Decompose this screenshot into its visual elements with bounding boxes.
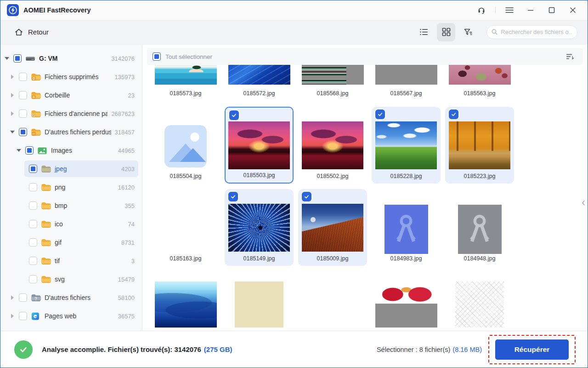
checkbox[interactable] xyxy=(29,201,37,210)
expand-arrow-icon[interactable] xyxy=(10,313,15,319)
file-name: 0185504.jpg xyxy=(151,173,220,179)
file-card[interactable]: 0185563.jpg xyxy=(443,65,516,97)
drive-icon xyxy=(25,55,35,63)
file-card[interactable]: 0185503.jpg xyxy=(222,107,296,184)
selected-checkbox[interactable] xyxy=(302,192,311,201)
sidebar-item-ico[interactable]: ico 74 xyxy=(0,215,142,233)
sidebar-item-bmp[interactable]: bmp 355 xyxy=(0,196,142,215)
file-card[interactable]: 0185567.jpg xyxy=(369,65,443,97)
checkbox[interactable] xyxy=(19,91,27,99)
file-name: 0185568.jpg xyxy=(317,90,349,97)
select-all-checkbox[interactable] xyxy=(153,52,161,61)
panel-collapse-handle[interactable] xyxy=(580,197,587,208)
list-view-button[interactable] xyxy=(415,23,433,41)
sidebar-item-other-lost-files[interactable]: D'autres fichiers perdus 318457 xyxy=(0,123,142,141)
file-card[interactable]: 0185163.jpg xyxy=(149,189,222,266)
file-card[interactable]: 0185573.jpg xyxy=(149,65,222,97)
back-home-button[interactable]: Retour xyxy=(14,28,49,36)
file-name: 0185573.jpg xyxy=(170,90,202,97)
file-card[interactable]: 0185223.jpg xyxy=(443,107,516,184)
checkbox[interactable] xyxy=(19,73,27,81)
sidebar-item-recycle-bin[interactable]: Corbeille 23 xyxy=(0,86,142,104)
sidebar-item-tif[interactable]: tif 3 xyxy=(0,252,142,270)
checkbox[interactable] xyxy=(19,109,27,118)
checkbox[interactable] xyxy=(29,238,37,247)
sidebar-item-old-partition-files[interactable]: Fichiers d'ancienne pa... 2687623 xyxy=(0,104,142,123)
app-logo-icon xyxy=(7,4,19,16)
thumbnail-image xyxy=(458,205,502,254)
checkbox[interactable] xyxy=(29,183,37,191)
expand-arrow-icon[interactable] xyxy=(10,74,15,80)
recover-button[interactable]: Récupérer xyxy=(495,339,569,360)
folder-tree-sidebar: G: VM 3142076 Fichiers supprimés 135973 … xyxy=(0,45,142,331)
selected-checkbox[interactable] xyxy=(375,109,385,119)
minimize-button[interactable] xyxy=(521,3,540,17)
collapse-arrow-icon[interactable] xyxy=(10,129,15,135)
sidebar-item-svg[interactable]: svg 15479 xyxy=(0,270,142,288)
file-card[interactable]: 0185568.jpg xyxy=(296,65,369,97)
file-card[interactable]: 0185149.jpg xyxy=(222,189,296,266)
folder-icon xyxy=(41,257,51,265)
file-card[interactable]: 0185504.jpg xyxy=(149,107,222,184)
sort-button[interactable] xyxy=(564,50,577,63)
checkbox[interactable] xyxy=(29,257,37,265)
sidebar-item-drive-g[interactable]: G: VM 3142076 xyxy=(0,49,142,68)
arrow-spacer xyxy=(20,276,25,282)
menu-icon[interactable] xyxy=(500,3,519,17)
file-card[interactable] xyxy=(369,282,443,328)
selected-checkbox[interactable] xyxy=(449,109,458,119)
sidebar-item-other-files[interactable]: D'autres fichiers 58100 xyxy=(0,288,142,307)
file-card[interactable] xyxy=(149,282,222,328)
app-title: AOMEI FastRecovery xyxy=(23,6,91,14)
selected-checkbox[interactable] xyxy=(229,110,239,120)
checkbox[interactable] xyxy=(29,220,37,228)
sidebar-item-gif[interactable]: gif 8731 xyxy=(0,233,142,252)
expand-arrow-icon[interactable] xyxy=(10,295,15,300)
indeterminate-checkbox[interactable] xyxy=(13,54,22,63)
selection-size: (8.16 MB) xyxy=(452,346,482,353)
indeterminate-checkbox[interactable] xyxy=(19,128,27,136)
file-card[interactable]: 0185228.jpg xyxy=(369,107,443,184)
file-name: 0185567.jpg xyxy=(390,90,422,97)
selected-checkbox[interactable] xyxy=(228,192,238,201)
sidebar-item-images[interactable]: Images 44965 xyxy=(0,141,142,160)
file-name: 0184948.jpg xyxy=(445,255,514,262)
file-card[interactable]: 0184983.jpg xyxy=(369,189,443,266)
scan-status-text: Analyse accomplie. Fichier(s) trouvé(s):… xyxy=(42,345,232,353)
checkbox[interactable] xyxy=(19,293,27,302)
grid-view-button[interactable] xyxy=(437,23,455,41)
search-box[interactable] xyxy=(486,25,577,39)
close-button[interactable] xyxy=(564,3,582,17)
indeterminate-checkbox[interactable] xyxy=(29,165,37,173)
file-card[interactable] xyxy=(296,282,369,328)
sidebar-item-jpeg[interactable]: jpeg 4203 xyxy=(0,160,142,178)
support-headset-icon[interactable] xyxy=(472,3,491,17)
indeterminate-checkbox[interactable] xyxy=(25,146,34,155)
file-name: 0185163.jpg xyxy=(151,255,220,262)
sidebar-item-png[interactable]: png 16120 xyxy=(0,178,142,196)
file-card[interactable] xyxy=(222,282,296,328)
expand-arrow-icon[interactable] xyxy=(10,111,15,116)
expand-arrow-icon[interactable] xyxy=(10,92,15,98)
maximize-button[interactable] xyxy=(543,3,561,17)
folder-dots-icon xyxy=(31,128,41,136)
collapse-arrow-icon[interactable] xyxy=(4,56,10,61)
grid-header: Tout sélectionner xyxy=(147,48,583,65)
sidebar-item-deleted-files[interactable]: Fichiers supprimés 135973 xyxy=(0,68,142,86)
arrow-spacer xyxy=(20,258,25,264)
filter-button[interactable] xyxy=(459,23,477,41)
file-card[interactable] xyxy=(443,282,516,328)
list-view-icon xyxy=(419,28,429,36)
folder-icon xyxy=(41,220,51,228)
collapse-arrow-icon[interactable] xyxy=(16,148,22,153)
sidebar-item-web-pages[interactable]: Pages web 36575 xyxy=(0,307,142,325)
file-card[interactable]: 0185502.jpg xyxy=(296,107,369,184)
file-card[interactable]: 0184948.jpg xyxy=(443,189,516,266)
thumbnail-image xyxy=(302,121,363,169)
checkbox[interactable] xyxy=(29,275,37,283)
file-grid[interactable]: 0185573.jpg 0185572.jpg 0185568.jpg 0185… xyxy=(142,65,588,331)
file-card[interactable]: 0185009.jpg xyxy=(296,189,369,266)
checkbox[interactable] xyxy=(19,312,27,320)
file-card[interactable]: 0185572.jpg xyxy=(222,65,296,97)
search-input[interactable] xyxy=(501,29,572,35)
